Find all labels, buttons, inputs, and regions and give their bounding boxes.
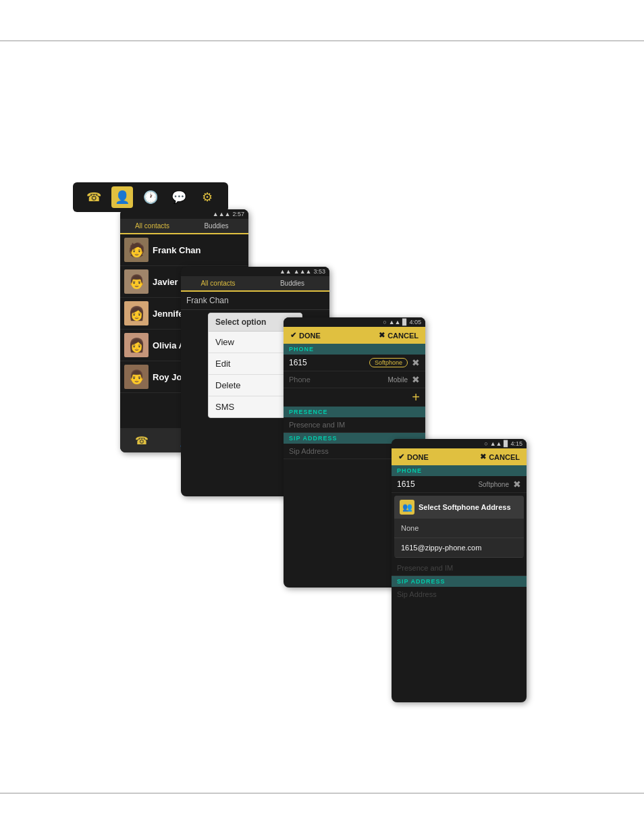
contact-name-roy: Roy Jo xyxy=(153,372,182,382)
action-bar-4: ✔ DONE ✖ CANCEL xyxy=(392,448,527,465)
done-label-4: DONE xyxy=(407,453,429,461)
softphone-badge[interactable]: Softphone xyxy=(369,358,408,367)
phone-section-label-3: PHONE xyxy=(284,344,425,355)
sip-section-label-4: SIP ADDRESS xyxy=(392,576,527,587)
phone-value-3: 1615 xyxy=(289,358,367,367)
avatar-roy: 👨 xyxy=(124,365,149,389)
softphone-option-address[interactable]: 1615@zippy-phone.com xyxy=(394,538,524,558)
cancel-label-3: CANCEL xyxy=(387,332,419,340)
avatar-jennifer: 👩 xyxy=(124,301,149,325)
status-bar-3: ○ ▲▲ ▉ 4:05 xyxy=(284,317,425,327)
wifi-icon-3: ○ xyxy=(383,319,386,325)
wifi-icon-4: ○ xyxy=(484,440,487,447)
done-button-4[interactable]: ✔ DONE xyxy=(398,452,429,461)
top-divider xyxy=(0,41,644,41)
checkmark-icon-4: ✔ xyxy=(398,452,404,461)
phone-field-row-2[interactable]: Phone Mobile ✖ xyxy=(284,371,425,388)
tabs-2: All contacts Buddies xyxy=(181,276,329,292)
nav-settings-icon[interactable]: ⚙ xyxy=(196,186,218,208)
done-button-3[interactable]: ✔ DONE xyxy=(290,331,321,340)
nav-phone-icon[interactable]: ☎ xyxy=(83,186,105,208)
x-icon-4: ✖ xyxy=(480,452,486,461)
tab-buddies-1[interactable]: Buddies xyxy=(184,219,248,233)
time-1: 2:57 xyxy=(232,211,244,217)
softphone-option-none[interactable]: None xyxy=(394,519,524,538)
avatar-frank: 🧑 xyxy=(124,238,149,262)
signal-icon-3: ▲▲ xyxy=(389,319,401,325)
signal-icon-2: ▲▲▲ xyxy=(294,268,312,275)
presence-field-4: Presence and IM xyxy=(392,561,527,576)
tab-all-contacts-2[interactable]: All contacts xyxy=(181,276,255,292)
nav-bar: ☎ 👤 🕐 💬 ⚙ xyxy=(73,182,228,212)
status-bar-4: ○ ▲▲ ▉ 4:15 xyxy=(392,439,527,448)
x-icon-3: ✖ xyxy=(379,331,385,340)
sip-field-4: Sip Address xyxy=(392,587,527,602)
phone-field-row-1[interactable]: 1615 Softphone ✖ xyxy=(284,355,425,371)
phone-section-label-4: PHONE xyxy=(392,465,527,476)
checkmark-icon-3: ✔ xyxy=(290,331,296,340)
status-bar-2: ▲▲ ▲▲▲ 3:53 xyxy=(181,267,329,276)
time-3: 4:05 xyxy=(409,319,421,325)
tab-buddies-2[interactable]: Buddies xyxy=(255,276,329,290)
cancel-label-4: CANCEL xyxy=(489,453,520,461)
softphone-dialog-header: 👥 Select Softphone Address xyxy=(394,496,524,519)
add-phone-button[interactable]: + xyxy=(284,388,425,407)
nav-contacts-icon[interactable]: 👤 xyxy=(111,186,133,208)
avatar-javier: 👨 xyxy=(124,269,149,294)
phone2-placeholder: Phone xyxy=(289,375,385,384)
tab-all-contacts-1[interactable]: All contacts xyxy=(120,219,184,234)
presence-field-3[interactable]: Presence and IM xyxy=(284,417,425,433)
remove-phone-4-icon[interactable]: ✖ xyxy=(513,479,521,490)
action-bar-3: ✔ DONE ✖ CANCEL xyxy=(284,327,425,344)
battery-icon-4: ▉ xyxy=(504,440,508,447)
nav-history-icon[interactable]: 🕐 xyxy=(140,186,161,208)
nav-chat-icon[interactable]: 💬 xyxy=(168,186,190,208)
cancel-button-4[interactable]: ✖ CANCEL xyxy=(480,452,520,461)
select-softphone-screen: ○ ▲▲ ▉ 4:15 ✔ DONE ✖ CANCEL PHONE 1615 S… xyxy=(392,439,527,702)
tabs-1: All contacts Buddies xyxy=(120,219,248,234)
phone-value-4: 1615 xyxy=(397,479,475,489)
done-label-3: DONE xyxy=(299,332,321,340)
time-4: 4:15 xyxy=(510,440,522,447)
softphone-dialog-icon: 👥 xyxy=(400,500,414,515)
battery-icon-3: ▉ xyxy=(402,319,407,325)
cancel-button-3[interactable]: ✖ CANCEL xyxy=(379,331,419,340)
time-2: 3:53 xyxy=(313,268,325,275)
contact-name-javier: Javier xyxy=(153,277,178,287)
wifi-icon-2: ▲▲ xyxy=(279,268,292,275)
remove-phone-2-icon[interactable]: ✖ xyxy=(412,374,420,385)
contact-name-jennifer: Jennife xyxy=(153,309,184,319)
avatar-olivia: 👩 xyxy=(124,333,149,357)
bottom-divider xyxy=(0,793,644,793)
signal-icon-4: ▲▲ xyxy=(490,440,502,447)
frank-name-2: Frank Chan xyxy=(181,292,329,310)
softphone-dialog-title: Select Softphone Address xyxy=(419,503,511,511)
mobile-type-label: Mobile xyxy=(388,376,408,384)
presence-section-label-3: PRESENCE xyxy=(284,407,425,417)
phone-type-4: Softphone xyxy=(478,481,509,488)
softphone-dialog: 👥 Select Softphone Address None 1615@zip… xyxy=(394,496,524,558)
remove-phone-1-icon[interactable]: ✖ xyxy=(412,357,420,368)
phone-field-row-4: 1615 Softphone ✖ xyxy=(392,476,527,493)
contact-row-frank[interactable]: 🧑 Frank Chan xyxy=(120,234,248,266)
bottom-phone-icon[interactable]: ☎ xyxy=(135,434,149,447)
contact-name-frank: Frank Chan xyxy=(153,245,201,255)
